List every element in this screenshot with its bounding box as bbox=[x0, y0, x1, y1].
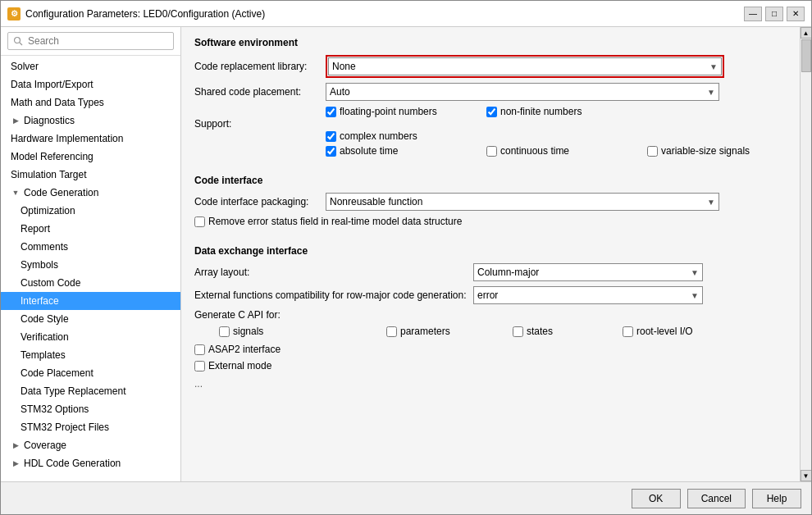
sidebar-item-diagnostics[interactable]: ▶ Diagnostics bbox=[1, 112, 180, 130]
sidebar-item-optimization[interactable]: Optimization bbox=[1, 202, 180, 220]
root-level-io-checkbox-item[interactable]: root-level I/O bbox=[623, 326, 770, 337]
remove-error-status-checkbox-item[interactable]: Remove error status field in real-time m… bbox=[194, 216, 462, 227]
non-finite-checkbox[interactable] bbox=[486, 107, 497, 117]
sidebar-item-report[interactable]: Report bbox=[1, 220, 180, 238]
sidebar-item-solver[interactable]: Solver bbox=[1, 57, 180, 75]
sidebar-item-model-referencing[interactable]: Model Referencing bbox=[1, 148, 180, 166]
external-mode-label: External mode bbox=[208, 360, 271, 371]
sidebar-item-code-generation[interactable]: ▼ Code Generation bbox=[1, 184, 180, 202]
sidebar-item-math-and-data-types[interactable]: Math and Data Types bbox=[1, 93, 180, 112]
array-layout-label: Array layout: bbox=[194, 267, 473, 278]
external-functions-row: External functions compatibility for row… bbox=[194, 286, 787, 304]
variable-size-signals-checkbox-item[interactable]: variable-size signals bbox=[647, 145, 795, 157]
ok-button[interactable]: OK bbox=[632, 489, 681, 508]
states-checkbox[interactable] bbox=[513, 326, 523, 337]
maximize-button[interactable]: □ bbox=[765, 7, 783, 21]
search-input[interactable] bbox=[7, 32, 174, 50]
continuous-time-checkbox[interactable] bbox=[486, 146, 497, 157]
sidebar-item-custom-code[interactable]: Custom Code bbox=[1, 274, 180, 292]
external-functions-dropdown[interactable]: error ▼ bbox=[473, 286, 703, 304]
array-layout-dropdown[interactable]: Column-major ▼ bbox=[473, 263, 703, 281]
continuous-time-checkbox-item[interactable]: continuous time bbox=[486, 145, 634, 157]
title-controls: — □ ✕ bbox=[744, 7, 805, 21]
minimize-button[interactable]: — bbox=[744, 7, 762, 21]
remove-error-status-checkbox[interactable] bbox=[194, 216, 205, 227]
data-exchange-section: Data exchange interface Array layout: Co… bbox=[194, 245, 787, 390]
sidebar: Solver Data Import/Export Math and Data … bbox=[1, 27, 181, 481]
sidebar-item-simulation-target[interactable]: Simulation Target bbox=[1, 166, 180, 184]
sidebar-item-coverage[interactable]: ▶ Coverage bbox=[1, 436, 180, 454]
code-replacement-library-row: Code replacement library: None ▼ bbox=[194, 55, 787, 78]
non-finite-checkbox-item[interactable]: non-finite numbers bbox=[486, 106, 634, 117]
software-environment-title: Software environment bbox=[194, 37, 787, 48]
shared-code-placement-label: Shared code placement: bbox=[194, 86, 326, 98]
generate-c-api-label: Generate C API for: bbox=[194, 309, 281, 321]
sidebar-item-coverage-label: Coverage bbox=[24, 440, 66, 451]
floating-point-checkbox-item[interactable]: floating-point numbers bbox=[326, 106, 473, 117]
asap2-checkbox-item[interactable]: ASAP2 interface bbox=[194, 344, 342, 355]
content-area: Solver Data Import/Export Math and Data … bbox=[1, 27, 811, 481]
title-bar-left: ⚙ Configuration Parameters: LED0/Configu… bbox=[7, 7, 265, 21]
sidebar-item-code-generation-label: Code Generation bbox=[24, 187, 98, 198]
absolute-time-checkbox-item[interactable]: absolute time bbox=[326, 145, 473, 157]
sidebar-item-code-placement[interactable]: Code Placement bbox=[1, 364, 180, 382]
sidebar-item-templates[interactable]: Templates bbox=[1, 346, 180, 364]
sidebar-item-code-style[interactable]: Code Style bbox=[1, 310, 180, 328]
app-icon: ⚙ bbox=[7, 7, 21, 21]
external-mode-checkbox-item[interactable]: External mode bbox=[194, 360, 342, 371]
sidebar-item-comments[interactable]: Comments bbox=[1, 238, 180, 256]
scroll-track[interactable] bbox=[801, 39, 812, 470]
code-interface-packaging-dropdown[interactable]: Nonreusable function ▼ bbox=[326, 193, 719, 211]
sidebar-item-verification[interactable]: Verification bbox=[1, 328, 180, 346]
asap2-checkbox[interactable] bbox=[194, 344, 205, 355]
code-interface-section: Code interface Code interface packaging:… bbox=[194, 175, 787, 227]
external-functions-value: error bbox=[477, 289, 498, 301]
variable-size-signals-checkbox[interactable] bbox=[647, 146, 658, 157]
search-box bbox=[1, 27, 180, 56]
parameters-checkbox-item[interactable]: parameters bbox=[386, 326, 493, 337]
absolute-time-checkbox[interactable] bbox=[326, 146, 336, 157]
close-button[interactable]: ✕ bbox=[787, 7, 805, 21]
nav-list: Solver Data Import/Export Math and Data … bbox=[1, 56, 180, 481]
external-mode-checkbox[interactable] bbox=[194, 361, 205, 371]
root-level-io-checkbox[interactable] bbox=[623, 326, 633, 337]
sidebar-item-symbols[interactable]: Symbols bbox=[1, 256, 180, 274]
signals-checkbox[interactable] bbox=[219, 326, 230, 337]
array-layout-row: Array layout: Column-major ▼ bbox=[194, 263, 787, 281]
floating-point-checkbox[interactable] bbox=[326, 107, 336, 117]
code-interface-packaging-row: Code interface packaging: Nonreusable fu… bbox=[194, 193, 787, 211]
signals-checkbox-item[interactable]: signals bbox=[219, 326, 367, 337]
states-checkbox-item[interactable]: states bbox=[513, 326, 603, 337]
sidebar-item-data-type-replacement[interactable]: Data Type Replacement bbox=[1, 382, 180, 400]
complex-numbers-checkbox[interactable] bbox=[326, 131, 336, 142]
software-environment-section: Software environment Code replacement li… bbox=[194, 37, 787, 157]
right-scrollbar[interactable]: ▲ ▼ bbox=[800, 27, 811, 481]
scroll-thumb[interactable] bbox=[801, 39, 811, 72]
sidebar-item-stm32-project-files[interactable]: STM32 Project Files bbox=[1, 418, 180, 436]
bottom-bar: OK Cancel Help bbox=[1, 481, 811, 514]
non-finite-label: non-finite numbers bbox=[500, 106, 582, 117]
support-label: Support: bbox=[194, 118, 326, 130]
sidebar-item-stm32-options[interactable]: STM32 Options bbox=[1, 400, 180, 418]
continuous-time-label: continuous time bbox=[500, 145, 569, 157]
help-button[interactable]: Help bbox=[752, 489, 801, 508]
scroll-up-button[interactable]: ▲ bbox=[801, 27, 812, 39]
title-bar: ⚙ Configuration Parameters: LED0/Configu… bbox=[1, 1, 811, 27]
sidebar-item-interface[interactable]: Interface bbox=[1, 292, 180, 310]
complex-numbers-checkbox-item[interactable]: complex numbers bbox=[326, 130, 473, 142]
window-title: Configuration Parameters: LED0/Configura… bbox=[25, 8, 265, 20]
cancel-button[interactable]: Cancel bbox=[687, 489, 746, 508]
shared-code-placement-dropdown[interactable]: Auto ▼ bbox=[326, 83, 719, 101]
code-generation-arrow-icon: ▼ bbox=[11, 189, 21, 197]
code-replacement-library-arrow-icon: ▼ bbox=[709, 62, 718, 71]
sidebar-item-hdl-code-generation[interactable]: ▶ HDL Code Generation bbox=[1, 454, 180, 472]
parameters-checkbox[interactable] bbox=[386, 326, 397, 337]
scroll-down-button[interactable]: ▼ bbox=[801, 470, 812, 481]
sidebar-item-data-import-export[interactable]: Data Import/Export bbox=[1, 75, 180, 93]
array-layout-value: Column-major bbox=[477, 267, 539, 278]
shared-code-placement-row: Shared code placement: Auto ▼ bbox=[194, 83, 787, 101]
asap2-row: ASAP2 interface bbox=[194, 344, 787, 355]
main-panel: Software environment Code replacement li… bbox=[181, 27, 800, 481]
sidebar-item-hardware-implementation[interactable]: Hardware Implementation bbox=[1, 130, 180, 148]
code-replacement-library-dropdown[interactable]: None ▼ bbox=[328, 57, 722, 75]
